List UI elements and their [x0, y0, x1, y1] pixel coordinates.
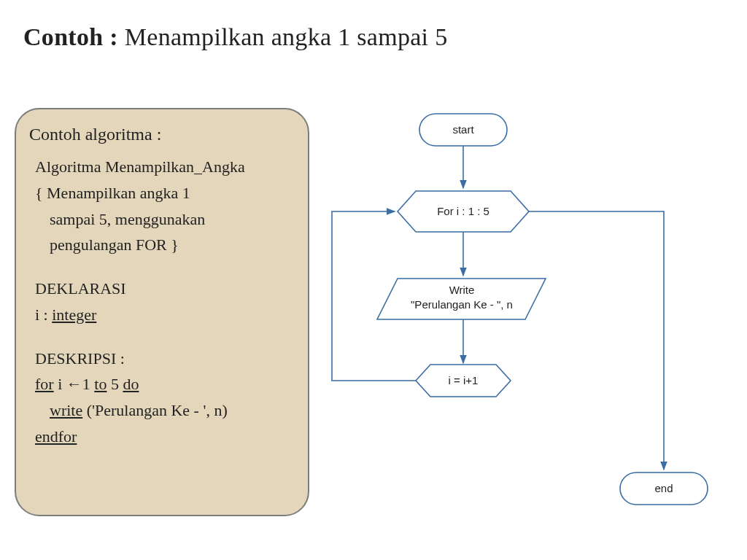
title-rest: Menampilkan angka 1 sampai 5	[118, 23, 448, 50]
edge-for-end	[529, 211, 664, 470]
label-for: For i : 1 : 5	[437, 205, 489, 217]
label-inc: i = i+1	[449, 374, 479, 386]
algo-desc-2: sampai 5, menggunakan	[50, 209, 299, 230]
dek-type: integer	[52, 306, 96, 324]
title-bold: Contoh :	[23, 23, 118, 50]
algo-name: Algoritma Menampilkan_Angka	[35, 156, 299, 178]
write-args: ('Perulangan Ke - ', n)	[82, 401, 228, 419]
deskripsi-header: DESKRIPSI :	[35, 348, 299, 370]
endfor-line: endfor	[35, 426, 299, 448]
slide: Contoh : Menampilkan angka 1 sampai 5 Co…	[0, 0, 747, 560]
algo-header: Contoh algoritma :	[29, 122, 299, 146]
deklarasi-header: DEKLARASI	[35, 278, 299, 300]
label-write-1: Write	[449, 284, 475, 296]
kw-for: for	[35, 375, 54, 393]
label-start: start	[452, 123, 474, 136]
kw-do: do	[123, 375, 139, 393]
kw-to: to	[94, 375, 107, 393]
deklarasi-line: i : integer	[35, 304, 299, 326]
label-write-2: "Perulangan Ke - ", n	[411, 298, 513, 311]
dek-var: i :	[35, 306, 52, 324]
algorithm-box: Contoh algoritma : Algoritma Menampilkan…	[15, 108, 309, 516]
page-title: Contoh : Menampilkan angka 1 sampai 5	[23, 23, 447, 51]
for-line: for i ←1 to 5 do	[35, 373, 299, 395]
algo-desc-1: { Menampilkan angka 1	[35, 182, 299, 204]
label-end: end	[654, 482, 673, 494]
for-mid2: 5	[107, 375, 123, 393]
kw-endfor: endfor	[35, 427, 77, 446]
write-line: write ('Perulangan Ke - ', n)	[50, 400, 299, 421]
flowchart-svg: start For i : 1 : 5 Write "Perulangan Ke…	[314, 102, 729, 540]
for-mid1: i ←1	[54, 375, 95, 393]
kw-write: write	[50, 401, 82, 419]
flowchart: start For i : 1 : 5 Write "Perulangan Ke…	[314, 102, 729, 540]
algo-desc-3: pengulangan FOR }	[50, 234, 299, 256]
